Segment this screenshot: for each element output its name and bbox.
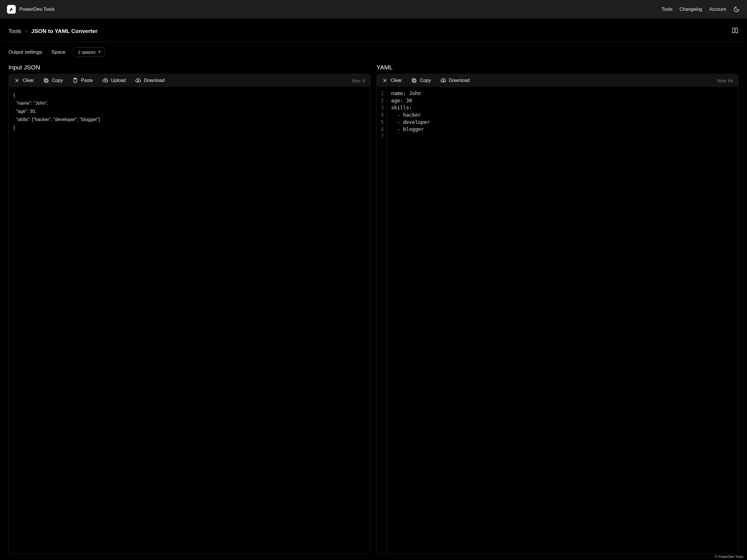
docs-button[interactable] (731, 27, 739, 35)
chevron-right-icon (24, 29, 28, 33)
output-toolbar: Clear Copy Download Size: 64 (377, 74, 738, 87)
svg-rect-4 (413, 80, 416, 83)
brand-name: PowerDev.Tools (19, 6, 55, 12)
download-button[interactable]: Download (440, 78, 470, 83)
upload-button[interactable]: Upload (102, 78, 126, 83)
yaml-output[interactable]: 1 2 3 4 5 6 7 name: John age: 30 skills:… (377, 87, 738, 554)
brand[interactable]: PowerDev.Tools (7, 5, 55, 14)
breadcrumb-row: Tools JSON to YAML Converter (3, 19, 744, 42)
footer-copyright: © PowerDev.Tools (715, 555, 744, 559)
nav-changelog[interactable]: Changelog (679, 7, 702, 12)
wrench-icon (7, 5, 16, 14)
copy-button[interactable]: Copy (411, 78, 431, 83)
upload-icon (102, 78, 108, 83)
breadcrumb-current: JSON to YAML Converter (31, 28, 98, 34)
theme-toggle[interactable] (733, 6, 740, 13)
line-gutter: 1 2 3 4 5 6 7 (377, 87, 387, 554)
moon-icon (733, 6, 740, 12)
close-icon (14, 78, 20, 83)
resize-handle-icon: ⋰ (366, 551, 370, 553)
download-icon (440, 78, 446, 83)
json-input[interactable]: { "name": "John", "age": 30, "skills": [… (9, 87, 370, 554)
copy-icon (411, 78, 417, 83)
topbar: PowerDev.Tools Tools Changelog Account (0, 0, 747, 19)
download-icon (135, 78, 141, 83)
copy-button[interactable]: Copy (43, 78, 63, 83)
input-title: Input JSON (8, 64, 370, 71)
paste-button[interactable]: Paste (72, 78, 93, 83)
paste-icon (72, 78, 78, 83)
breadcrumb: Tools JSON to YAML Converter (8, 28, 98, 34)
yaml-code: name: John age: 30 skills: - hacker - de… (387, 87, 434, 554)
settings-label: Output settings: (8, 49, 43, 55)
input-size: Size: 8 (352, 78, 365, 83)
svg-rect-5 (412, 78, 415, 81)
download-button[interactable]: Download (135, 78, 164, 83)
chevron-down-icon (98, 51, 101, 53)
output-title: YAML (377, 64, 739, 71)
output-panel: YAML Clear Copy Download (377, 62, 739, 554)
output-size: Size: 64 (717, 78, 733, 83)
output-settings: Output settings: Space 2 spaces (3, 42, 744, 59)
nav-account[interactable]: Account (709, 7, 726, 12)
input-toolbar: Clear Copy Paste Upload (9, 74, 370, 87)
svg-rect-0 (45, 80, 48, 83)
book-icon (732, 28, 738, 33)
input-panel: Input JSON Clear Copy Paste (8, 62, 370, 554)
clear-button[interactable]: Clear (382, 78, 402, 83)
copy-icon (43, 78, 49, 83)
space-value: 2 spaces (78, 50, 96, 55)
nav-tools[interactable]: Tools (662, 7, 672, 12)
close-icon (382, 78, 388, 83)
space-label: Space (51, 49, 66, 55)
breadcrumb-parent[interactable]: Tools (8, 28, 21, 34)
svg-rect-1 (44, 78, 47, 81)
space-dropdown[interactable]: 2 spaces (74, 47, 105, 57)
clear-button[interactable]: Clear (14, 78, 34, 83)
nav: Tools Changelog Account (662, 6, 740, 13)
